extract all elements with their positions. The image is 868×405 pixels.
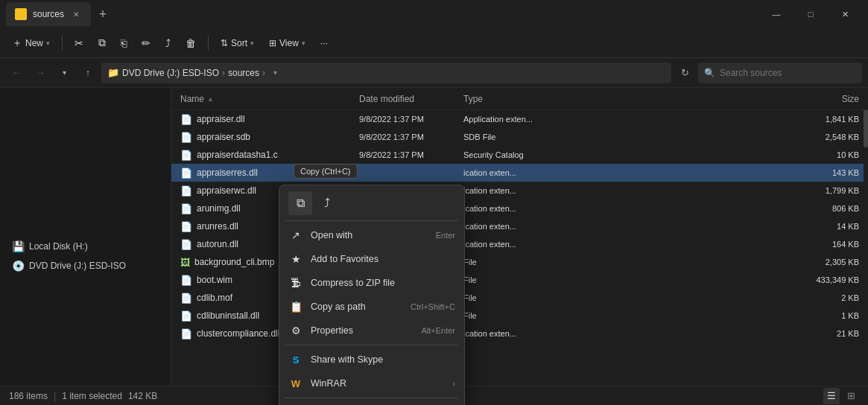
cut-icon: ✂: [75, 37, 83, 49]
more-icon: ···: [320, 38, 328, 48]
status-view-buttons: ☰ ⊞: [823, 388, 859, 404]
file-row-5[interactable]: 📄arunimg.dll ication exten... 806 KB: [171, 200, 868, 217]
sort-button[interactable]: ⇅ Sort ▾: [215, 35, 260, 51]
tab-close-button[interactable]: ✕: [70, 8, 82, 20]
address-sep-2: ›: [262, 68, 265, 78]
col-header-size: Size: [568, 94, 859, 104]
file-row-8[interactable]: 🖼background_cli.bmp File 2,305 KB: [171, 253, 868, 271]
file-row-10[interactable]: 📄cdlib.mof File 2 KB: [171, 289, 868, 307]
col-header-date: Date modified: [359, 94, 463, 104]
search-box[interactable]: 🔍: [698, 63, 862, 83]
sidebar-item-local-disk[interactable]: 💾 Local Disk (H:): [0, 237, 171, 256]
status-separator: |: [54, 391, 56, 401]
file-icon-0: 📄: [180, 114, 192, 125]
sidebar-item-dvd-drive[interactable]: 💿 DVD Drive (J:) ESD-ISO: [0, 256, 171, 275]
sort-icon: ⇅: [221, 38, 228, 48]
address-bar-row: ← → ▾ ↑ 📁 DVD Drive (J:) ESD-ISO › sourc…: [0, 58, 868, 88]
tiles-view-button[interactable]: ⊞: [843, 388, 859, 404]
file-icon-6: 📄: [180, 221, 192, 232]
rename-button[interactable]: ✏: [136, 34, 156, 52]
address-sep-1: ›: [222, 68, 225, 78]
window-controls: — □ ✕: [759, 2, 862, 26]
view-icon: ⊞: [269, 38, 276, 48]
new-icon: ＋: [12, 36, 22, 50]
share-button[interactable]: ⤴: [159, 34, 177, 52]
col-header-name: Name ▲: [180, 94, 359, 104]
new-button[interactable]: ＋ New ▾: [6, 34, 56, 53]
toolbar-separator-1: [62, 36, 63, 51]
cut-button[interactable]: ✂: [69, 34, 89, 52]
delete-icon: 🗑: [186, 37, 196, 49]
sort-arrow-name: ▲: [207, 95, 214, 103]
new-label: New: [25, 38, 43, 48]
copy-button[interactable]: ⧉: [92, 34, 112, 52]
sidebar-dvd-label: DVD Drive (J:) ESD-ISO: [29, 261, 126, 271]
sources-tab[interactable]: sources ✕: [6, 2, 91, 26]
col-header-type: Type: [463, 94, 568, 104]
file-row-2[interactable]: 📄appraiserdatasha1.c 9/8/2022 1:37 PM Se…: [171, 146, 868, 164]
delete-button[interactable]: 🗑: [180, 34, 202, 52]
sort-label: Sort: [231, 38, 247, 48]
new-tab-button[interactable]: +: [91, 2, 115, 26]
details-view-button[interactable]: ☰: [823, 388, 840, 404]
maximize-button[interactable]: □: [793, 2, 828, 26]
file-row-1[interactable]: 📄appraiser.sdb 9/8/2022 1:37 PM SDB File…: [171, 128, 868, 146]
recent-button[interactable]: ▾: [54, 63, 75, 83]
main-layout: 💾 Local Disk (H:) 💿 DVD Drive (J:) ESD-I…: [0, 88, 868, 386]
file-row-9[interactable]: 📄boot.wim File 433,349 KB: [171, 271, 868, 289]
file-row-6[interactable]: 📄arunres.dll ication exten... 14 KB: [171, 217, 868, 235]
view-label: View: [279, 38, 299, 48]
new-chevron-icon: ▾: [46, 39, 50, 47]
file-icon-9: 📄: [180, 275, 192, 286]
search-icon: 🔍: [704, 68, 715, 78]
dvd-drive-icon: 💿: [12, 260, 25, 272]
up-button[interactable]: ↑: [77, 63, 98, 83]
share-icon: ⤴: [165, 37, 171, 49]
search-input[interactable]: [720, 68, 856, 78]
minimize-button[interactable]: —: [759, 2, 793, 26]
file-table-header: Name ▲ Date modified Type Size: [171, 88, 868, 110]
tab-label: sources: [33, 9, 64, 19]
file-row-4[interactable]: 📄appraiserwc.dll ication exten... 1,799 …: [171, 182, 868, 200]
file-icon-1: 📄: [180, 132, 192, 143]
paste-button[interactable]: ⎗: [115, 34, 133, 52]
file-row-3[interactable]: 📄appraiserres.dll ication exten... 143 K…: [171, 164, 868, 182]
file-icon-12: 📄: [180, 328, 192, 339]
back-button[interactable]: ←: [6, 63, 27, 83]
file-row-11[interactable]: 📄cdlibuninstall.dll File 1 KB: [171, 307, 868, 325]
rename-icon: ✏: [142, 37, 151, 49]
file-icon-11: 📄: [180, 310, 192, 322]
close-button[interactable]: ✕: [828, 2, 862, 26]
copy-icon: ⧉: [98, 36, 106, 49]
more-button[interactable]: ···: [314, 35, 334, 51]
local-disk-icon: 💾: [12, 240, 25, 252]
sort-chevron: ▾: [250, 39, 254, 47]
address-dropdown-button[interactable]: ▾: [268, 63, 282, 83]
tab-area: sources ✕ +: [6, 2, 759, 26]
address-path-sources: sources: [228, 68, 259, 78]
tab-folder-icon: [15, 8, 27, 20]
status-selected: 1 item selected: [62, 391, 122, 401]
paste-icon: ⎗: [121, 37, 127, 49]
status-bar: 186 items | 1 item selected 142 KB ☰ ⊞: [0, 386, 868, 405]
file-icon-3: 📄: [180, 168, 192, 179]
sidebar-local-disk-label: Local Disk (H:): [29, 241, 88, 252]
view-chevron: ▾: [302, 39, 305, 47]
address-path-dvd: DVD Drive (J:) ESD-ISO: [122, 68, 219, 78]
sidebar: 💾 Local Disk (H:) 💿 DVD Drive (J:) ESD-I…: [0, 88, 171, 386]
address-folder-icon: 📁: [107, 67, 119, 78]
file-row-7[interactable]: 📄autorun.dll ication exten... 164 KB: [171, 235, 868, 253]
view-button[interactable]: ⊞ View ▾: [263, 35, 311, 51]
file-row-12[interactable]: 📄clustercompliance.dll ication exten... …: [171, 325, 868, 342]
file-icon-7: 📄: [180, 239, 192, 250]
title-bar: sources ✕ + — □ ✕: [0, 0, 868, 28]
toolbar: ＋ New ▾ ✂ ⧉ ⎗ ✏ ⤴ 🗑 ⇅ Sort ▾ ⊞ View ▾ ··…: [0, 28, 868, 58]
refresh-button[interactable]: ↻: [674, 63, 695, 83]
file-icon-2: 📄: [180, 150, 192, 161]
forward-button[interactable]: →: [30, 63, 51, 83]
file-row-0[interactable]: 📄appraiser.dll 9/8/2022 1:37 PM Applicat…: [171, 110, 868, 128]
file-icon-5: 📄: [180, 203, 192, 214]
file-icon-10: 📄: [180, 293, 192, 304]
address-bar[interactable]: 📁 DVD Drive (J:) ESD-ISO › sources › ▾: [101, 63, 671, 83]
file-icon-8: 🖼: [180, 257, 190, 268]
